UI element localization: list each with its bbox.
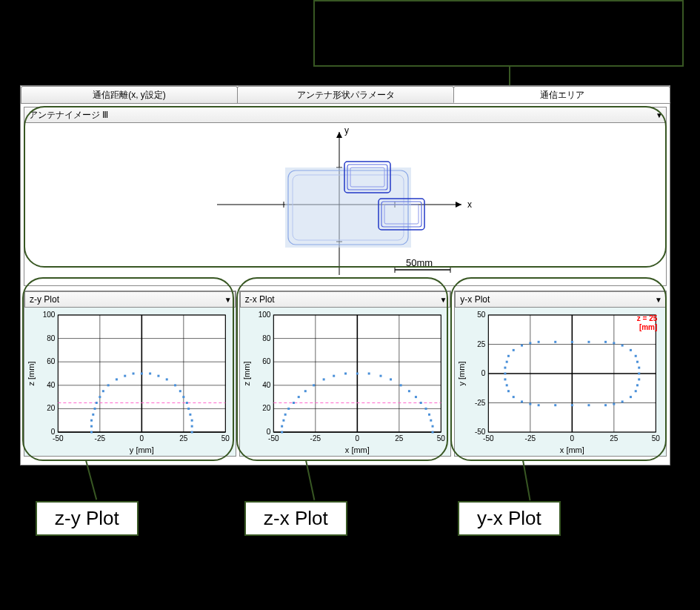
svg-rect-47 bbox=[92, 414, 94, 416]
svg-rect-112 bbox=[408, 390, 410, 392]
svg-rect-109 bbox=[379, 375, 381, 377]
yx-plot-header[interactable]: y-x Plot ▼ bbox=[455, 291, 666, 308]
antenna-panel-header[interactable]: アンテナイメージ Ⅲ ▼ bbox=[24, 107, 667, 123]
svg-rect-106 bbox=[344, 373, 347, 375]
svg-rect-166 bbox=[621, 400, 624, 402]
svg-text:40: 40 bbox=[262, 381, 271, 389]
zy-plot-body: -50-2502550020406080100y [mm]z [mm] bbox=[24, 308, 236, 456]
zy-plot-title: z-y Plot bbox=[30, 294, 59, 305]
svg-rect-54 bbox=[124, 375, 126, 377]
svg-rect-102 bbox=[304, 390, 306, 392]
svg-rect-8 bbox=[285, 168, 411, 248]
svg-rect-111 bbox=[399, 384, 401, 386]
svg-rect-95 bbox=[281, 431, 283, 434]
svg-rect-171 bbox=[555, 404, 557, 406]
svg-rect-63 bbox=[186, 402, 188, 404]
svg-rect-175 bbox=[513, 396, 515, 398]
svg-text:20: 20 bbox=[262, 404, 271, 412]
svg-rect-110 bbox=[390, 378, 392, 380]
svg-rect-98 bbox=[284, 414, 286, 416]
svg-rect-62 bbox=[182, 396, 184, 398]
svg-text:0: 0 bbox=[355, 434, 359, 442]
panel-content: アンテナイメージ Ⅲ ▼ x y bbox=[21, 104, 670, 460]
svg-rect-107 bbox=[356, 373, 359, 375]
tab-antenna-params[interactable]: アンテナ形状パラメータ bbox=[237, 86, 454, 103]
svg-rect-173 bbox=[530, 403, 532, 405]
svg-rect-64 bbox=[187, 408, 190, 410]
callout-line-zy bbox=[85, 460, 97, 500]
svg-rect-101 bbox=[297, 396, 299, 398]
tab-comm-area[interactable]: 通信エリア bbox=[453, 86, 670, 103]
svg-text:50: 50 bbox=[652, 434, 661, 442]
svg-rect-145 bbox=[506, 361, 508, 363]
zx-plot-svg: -50-2502550020406080100x [mm]z [mm] bbox=[240, 308, 451, 456]
svg-text:25: 25 bbox=[478, 340, 487, 348]
svg-text:40: 40 bbox=[47, 381, 56, 389]
svg-rect-59 bbox=[166, 378, 168, 380]
antenna-image-area: x y bbox=[24, 123, 667, 286]
svg-text:[mm]: [mm] bbox=[639, 323, 657, 331]
dropdown-icon[interactable]: ▼ bbox=[656, 111, 663, 119]
svg-rect-160 bbox=[639, 367, 641, 369]
dropdown-icon[interactable]: ▼ bbox=[655, 296, 662, 304]
svg-text:0: 0 bbox=[51, 428, 56, 436]
svg-rect-178 bbox=[504, 378, 507, 380]
yx-plot-body: -50-2502550-50-2502550x [mm]y [mm]z = 25… bbox=[455, 308, 666, 456]
svg-text:80: 80 bbox=[47, 334, 56, 342]
svg-rect-146 bbox=[507, 355, 510, 357]
svg-text:z = 25: z = 25 bbox=[637, 314, 658, 322]
dropdown-icon[interactable]: ▼ bbox=[439, 296, 447, 304]
svg-text:50: 50 bbox=[221, 434, 230, 442]
svg-rect-172 bbox=[538, 404, 540, 406]
svg-text:25: 25 bbox=[179, 434, 188, 442]
svg-rect-149 bbox=[530, 342, 532, 344]
svg-rect-66 bbox=[191, 420, 193, 422]
svg-rect-151 bbox=[555, 341, 557, 343]
svg-rect-46 bbox=[90, 420, 93, 422]
svg-text:100: 100 bbox=[258, 311, 270, 319]
yx-plot-title: y-x Plot bbox=[460, 294, 490, 305]
svg-rect-52 bbox=[107, 384, 110, 386]
svg-rect-176 bbox=[507, 390, 510, 392]
zx-plot-header[interactable]: z-x Plot ▼ bbox=[240, 291, 451, 308]
svg-rect-49 bbox=[96, 402, 98, 404]
svg-text:60: 60 bbox=[47, 357, 56, 365]
svg-rect-48 bbox=[94, 408, 96, 410]
tab-comm-distance[interactable]: 通信距離(x, y設定) bbox=[21, 86, 238, 103]
svg-rect-68 bbox=[191, 431, 193, 434]
plot-row: z-y Plot ▼ -50-2502550020406080100y [mm]… bbox=[24, 291, 667, 457]
main-window: 通信距離(x, y設定) アンテナ形状パラメータ 通信エリア アンテナイメージ … bbox=[20, 85, 670, 465]
svg-rect-67 bbox=[191, 425, 193, 428]
svg-text:z [mm]: z [mm] bbox=[242, 362, 251, 386]
svg-text:z [mm]: z [mm] bbox=[27, 362, 36, 386]
svg-rect-45 bbox=[90, 425, 93, 428]
svg-rect-56 bbox=[141, 373, 143, 375]
svg-rect-161 bbox=[639, 373, 641, 375]
antenna-diagram: x y bbox=[24, 123, 667, 285]
svg-text:0: 0 bbox=[570, 434, 575, 442]
callout-label-zx: z-x Plot bbox=[244, 501, 347, 536]
svg-text:-25: -25 bbox=[525, 434, 536, 442]
svg-rect-157 bbox=[630, 349, 632, 351]
svg-text:x [mm]: x [mm] bbox=[345, 445, 370, 454]
svg-rect-57 bbox=[149, 373, 151, 375]
dropdown-icon[interactable]: ▼ bbox=[224, 296, 232, 304]
zy-plot-header[interactable]: z-y Plot ▼ bbox=[24, 291, 236, 308]
svg-rect-170 bbox=[571, 404, 573, 406]
callout-line-zx bbox=[305, 460, 315, 500]
annotation-box-top bbox=[313, 0, 684, 67]
svg-rect-44 bbox=[90, 431, 93, 434]
svg-rect-156 bbox=[621, 345, 624, 347]
zx-plot-pane: z-x Plot ▼ -50-2502550020406080100x [mm]… bbox=[239, 291, 452, 457]
svg-rect-163 bbox=[636, 384, 639, 386]
svg-rect-148 bbox=[521, 345, 523, 347]
svg-rect-51 bbox=[102, 390, 104, 392]
svg-text:y [mm]: y [mm] bbox=[458, 362, 467, 386]
svg-rect-53 bbox=[116, 378, 118, 380]
svg-rect-155 bbox=[613, 342, 616, 344]
svg-rect-152 bbox=[571, 341, 573, 343]
svg-text:0: 0 bbox=[140, 434, 144, 442]
svg-rect-165 bbox=[630, 396, 632, 398]
svg-text:-25: -25 bbox=[95, 434, 106, 442]
svg-rect-119 bbox=[431, 431, 433, 434]
